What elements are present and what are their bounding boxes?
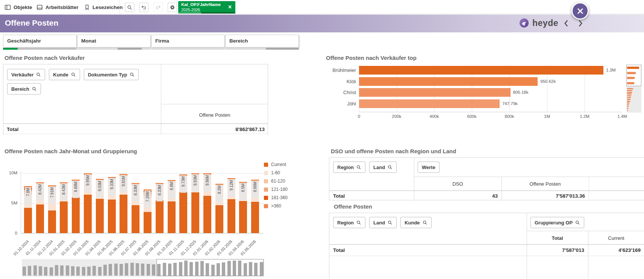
stack-segment-Current[interactable] (120, 195, 127, 233)
clear-selections-icon[interactable] (168, 3, 177, 12)
bar-klöti[interactable] (359, 77, 538, 86)
bar-brühlmeier[interactable] (359, 66, 603, 75)
minimap-bar (627, 72, 636, 74)
stack-segment-Current[interactable] (251, 202, 259, 233)
legend-item->360[interactable]: >360 (264, 202, 294, 210)
panel-title: Offene Posten nach Verkäufer (5, 55, 85, 61)
verkaeufer-pivot-table: Verkäufer Kunde Dokumenten Typ Bereich O… (3, 64, 268, 135)
stack-segment-Current[interactable] (144, 212, 152, 233)
stack-segment-Current[interactable] (84, 195, 92, 233)
legend-label: 181-360 (271, 195, 288, 200)
legend-swatch (264, 196, 268, 200)
dim-chip-bereich[interactable]: Bereich (7, 83, 41, 95)
minimap-bar (120, 264, 123, 276)
dim-chip-land[interactable]: Land (369, 217, 397, 228)
stack-segment-Current[interactable] (24, 208, 32, 233)
filter-monat[interactable]: Monat (77, 35, 151, 47)
search-icon (130, 72, 135, 77)
stack-segment-Current[interactable] (36, 204, 44, 233)
close-button[interactable] (571, 2, 589, 20)
table-row[interactable]: Brühlmeier 1'300'415.26 (3, 134, 268, 135)
jahr-monat-stacked-chart: 7.8M8.42M7.91M8.43M8.88M9.95M9.03M9.33M9… (21, 170, 263, 233)
bar-total-label: 8.2M (216, 185, 223, 202)
selection-chip-fjahr[interactable]: Kal_OP.FJahrName 2025-2026 ✕ (178, 1, 235, 14)
stack-segment-Current[interactable] (179, 192, 187, 233)
bar-jöhl[interactable] (359, 99, 500, 108)
filter-scrollbar[interactable] (77, 48, 151, 50)
dim-chip-land[interactable]: Land (369, 162, 397, 173)
minimap-bar (627, 95, 631, 96)
column-header-total[interactable]: Total (527, 235, 588, 241)
stack-segment-Current[interactable] (191, 192, 199, 233)
sheets-button[interactable]: Arbeitsblätter (36, 0, 79, 14)
bar-christ[interactable] (359, 88, 511, 97)
stack-segment-Current[interactable] (96, 199, 104, 233)
bar-value-label: 747.79k (502, 99, 518, 108)
sheets-label: Arbeitsblätter (45, 5, 79, 10)
search-icon (388, 220, 392, 225)
stack-segment-Current[interactable] (48, 210, 56, 233)
filter-scrollbar[interactable] (225, 48, 299, 50)
dim-chip-region[interactable]: Region (333, 162, 365, 173)
stack-segment-Current[interactable] (156, 200, 164, 233)
bookmarks-button[interactable]: Lesezeichen (84, 0, 123, 14)
column-header-offene-posten[interactable]: Offene Posten (161, 112, 268, 118)
legend-item-1-60[interactable]: 1-60 (264, 169, 294, 177)
objects-button[interactable]: Objekte (5, 0, 32, 14)
gruppierung-op-chip[interactable]: Gruppierung OP (530, 217, 584, 228)
column-header-offene-posten[interactable]: Offene Posten (502, 181, 589, 187)
chart-minimap-scrollbar[interactable] (626, 65, 641, 113)
stack-segment-Current[interactable] (203, 196, 211, 233)
stack-segment-Current[interactable] (108, 200, 116, 233)
stack-segment-Current[interactable] (72, 197, 80, 233)
dso-pivot-table: Region Land Werte DSO Offene Posten Tota… (329, 157, 644, 200)
undo-selection-icon[interactable] (139, 3, 148, 12)
search-icon (36, 72, 41, 77)
stack-segment-Current[interactable] (215, 205, 223, 233)
column-header-dso[interactable]: DSO (414, 181, 502, 187)
dim-chip-kunde[interactable]: Kunde (400, 217, 431, 228)
stack-segment-Current[interactable] (132, 205, 139, 233)
bookmark-icon (84, 4, 90, 11)
smart-search-icon[interactable] (125, 3, 134, 12)
minimap-bar (82, 267, 85, 276)
minimap-bar (627, 67, 639, 69)
minimap-bar (87, 267, 91, 276)
column-divider (161, 64, 161, 135)
werte-chip[interactable]: Werte (418, 162, 439, 173)
selection-field-name: Kal_OP.FJahrName (181, 2, 221, 7)
dim-chip-region[interactable]: Region (333, 217, 365, 228)
filter-bereich[interactable]: Bereich (225, 35, 299, 47)
stack-segment-Current[interactable] (60, 201, 68, 233)
filter-scrollbar[interactable] (151, 48, 225, 50)
legend-item-61-120[interactable]: 61-120 (264, 177, 294, 185)
filter-firma[interactable]: Firma (151, 35, 225, 47)
stack-segment-Current[interactable] (227, 199, 235, 233)
next-sheet-arrow-icon[interactable] (578, 20, 586, 27)
legend-item-121-180[interactable]: 121-180 (264, 185, 294, 194)
legend-item-181-360[interactable]: 181-360 (264, 194, 294, 202)
sheet-icon (36, 4, 43, 11)
search-icon (356, 220, 361, 225)
filter-geschaeftsjahr[interactable]: Geschäftsjahr (3, 35, 77, 47)
minimap-bar (109, 264, 112, 276)
stack-segment-Current[interactable] (168, 201, 176, 233)
minimap-bar (157, 264, 161, 276)
total-row-label: Total (333, 193, 345, 199)
dim-chip-kunde[interactable]: Kunde (49, 69, 80, 80)
dim-chip-dokumenten-typ[interactable]: Dokumenten Typ (84, 69, 139, 80)
dim-chip-verkaeufer[interactable]: Verkäufer (7, 69, 45, 80)
minimap-bar (168, 264, 171, 276)
legend-item-Current[interactable]: Current (264, 160, 294, 169)
remove-selection-icon[interactable]: ✕ (228, 4, 232, 10)
chart-minimap-scrollbar[interactable] (22, 259, 264, 277)
bar-total-label: 9.33M (109, 178, 115, 195)
legend-swatch (264, 188, 268, 192)
minimap-bar (627, 104, 629, 105)
filter-scrollbar[interactable] (3, 48, 77, 50)
bar-total-label: 8.88M (73, 181, 79, 198)
stack-segment-Current[interactable] (239, 201, 247, 233)
column-header-current[interactable]: Current (588, 235, 644, 241)
minimap-viewport[interactable] (156, 259, 264, 276)
prev-sheet-arrow-icon[interactable] (564, 20, 571, 27)
